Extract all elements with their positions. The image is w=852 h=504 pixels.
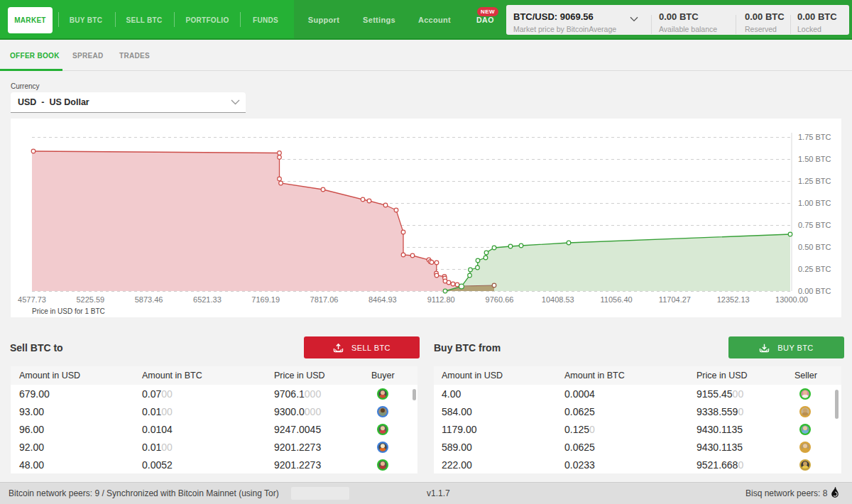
svg-text:7817.06: 7817.06	[310, 295, 339, 304]
svg-text:11056.40: 11056.40	[601, 295, 633, 304]
svg-text:4577.73: 4577.73	[18, 295, 46, 304]
svg-text:0.00 BTC: 0.00 BTC	[798, 287, 831, 295]
svg-text:11704.27: 11704.27	[659, 295, 691, 304]
svg-text:10408.53: 10408.53	[542, 295, 574, 304]
svg-text:9112.80: 9112.80	[427, 295, 455, 304]
svg-text:0.25 BTC: 0.25 BTC	[798, 265, 831, 273]
svg-text:8464.93: 8464.93	[368, 295, 397, 304]
svg-text:5225.59: 5225.59	[76, 295, 104, 304]
svg-text:7169.19: 7169.19	[251, 295, 280, 304]
svg-text:1.00 BTC: 1.00 BTC	[798, 199, 831, 207]
svg-text:6521.33: 6521.33	[193, 295, 222, 304]
svg-text:0.50 BTC: 0.50 BTC	[798, 243, 831, 251]
svg-text:1.25 BTC: 1.25 BTC	[798, 177, 831, 185]
svg-text:1.50 BTC: 1.50 BTC	[798, 155, 831, 163]
svg-text:Price in USD for 1 BTC: Price in USD for 1 BTC	[32, 307, 105, 315]
svg-text:9760.66: 9760.66	[486, 295, 514, 304]
svg-text:5873.46: 5873.46	[135, 295, 163, 304]
svg-text:12352.13: 12352.13	[717, 295, 750, 304]
svg-text:1.75 BTC: 1.75 BTC	[798, 133, 831, 141]
svg-text:13000.00: 13000.00	[775, 295, 808, 304]
svg-text:0.75 BTC: 0.75 BTC	[798, 221, 831, 229]
